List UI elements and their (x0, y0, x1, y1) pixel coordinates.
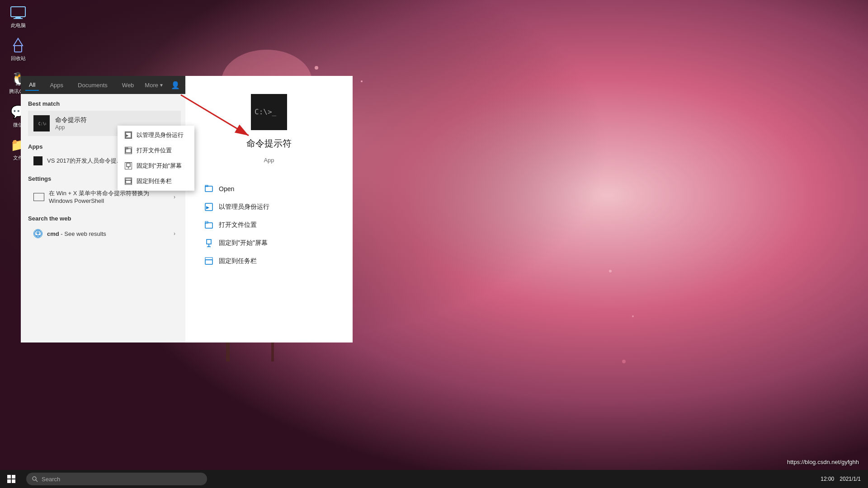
svg-rect-48 (7, 479, 11, 483)
detail-panel: C:\>_ 命令提示符 App Open ▶ 以管理员身份运行 (185, 76, 353, 343)
ctx-run-admin[interactable]: ▶ 以管理员身份运行 (118, 127, 194, 143)
taskbar-date: 2021/1/1 (840, 476, 861, 482)
svg-point-13 (622, 360, 626, 363)
detail-actions: Open ▶ 以管理员身份运行 打开文件位置 固定到"开始"屏幕 (199, 180, 339, 270)
svg-point-12 (632, 315, 634, 317)
ctx-pin-start[interactable]: 固定到"开始"屏幕 (118, 158, 194, 174)
detail-app-name: 命令提示符 (246, 137, 292, 150)
desktop-icon-recycle[interactable]: 回收站 (2, 38, 34, 61)
svg-point-10 (361, 80, 363, 82)
cmd-icon: C:\> (33, 115, 50, 131)
computer-label: 此电脑 (11, 23, 26, 28)
detail-open-location-icon (204, 221, 213, 230)
svg-point-50 (33, 477, 36, 480)
settings-icon (33, 193, 44, 201)
svg-point-7 (315, 66, 318, 70)
svg-rect-49 (12, 479, 15, 483)
ctx-open-location[interactable]: 打开文件位置 (118, 143, 194, 158)
detail-run-admin-label: 以管理员身份运行 (219, 203, 269, 211)
ctx-open-location-label: 打开文件位置 (137, 146, 172, 155)
search-circle-icon (33, 229, 42, 238)
context-menu: ▶ 以管理员身份运行 打开文件位置 固定到"开始"屏幕 固定到任务栏 (118, 126, 194, 191)
svg-text:C:\>_: C:\>_ (255, 108, 277, 116)
svg-point-22 (37, 232, 39, 234)
ctx-pin-taskbar[interactable]: 固定到任务栏 (118, 174, 194, 189)
svg-rect-27 (127, 163, 130, 167)
person-icon[interactable]: 👤 (171, 81, 180, 89)
tab-web[interactable]: Web (118, 80, 138, 90)
taskbar-right: 12:00 2021/1/1 (821, 476, 868, 482)
detail-app-icon: C:\>_ (251, 94, 287, 130)
vs-icon (33, 156, 42, 165)
svg-rect-14 (11, 7, 25, 17)
search-tabs: All Apps Documents Web More ▼ 👤 ⋯ (21, 76, 188, 94)
svg-text:▶: ▶ (206, 205, 209, 210)
detail-run-admin-icon: ▶ (204, 202, 213, 211)
detail-action-open-location[interactable]: 打开文件位置 (199, 216, 339, 234)
ctx-pin-taskbar-label: 固定到任务栏 (137, 177, 172, 185)
detail-pin-start-label: 固定到"开始"屏幕 (219, 239, 268, 247)
taskbar-search-icon (32, 476, 38, 482)
apps-item-vs-label: VS 2017的开发人员命令提... (47, 157, 122, 165)
svg-rect-16 (14, 18, 23, 19)
best-match-title: Best match (28, 100, 181, 107)
run-admin-icon: ▶ (125, 131, 132, 139)
svg-rect-18 (14, 46, 22, 52)
settings-item-label: 在 Win + X 菜单中将命令提示符替换为 Windows PowerShel… (49, 189, 169, 204)
ctx-pin-start-label: 固定到"开始"屏幕 (137, 162, 182, 170)
web-section-title: Search the web (28, 215, 181, 222)
tab-all[interactable]: All (25, 80, 39, 91)
desktop: 此电脑 回收站 🐧 腾讯QQ 💬 微信 📁 文件 All (0, 0, 868, 488)
detail-pin-start-icon (204, 239, 213, 248)
tab-apps[interactable]: Apps (46, 80, 67, 90)
svg-line-51 (36, 480, 38, 482)
svg-marker-17 (14, 38, 23, 46)
svg-rect-47 (12, 475, 15, 479)
taskbar-time: 12:00 (821, 476, 834, 482)
svg-rect-39 (207, 239, 211, 244)
tab-documents[interactable]: Documents (74, 80, 111, 90)
taskbar-search[interactable]: Search (26, 473, 207, 485)
svg-text:C:\>: C:\> (38, 122, 46, 126)
detail-pin-taskbar-icon (204, 257, 213, 266)
web-search-keyword: cmd - See web results (47, 230, 106, 237)
start-button[interactable] (0, 470, 23, 488)
svg-rect-33 (205, 186, 212, 192)
recycle-icon (10, 38, 26, 54)
ctx-run-admin-label: 以管理员身份运行 (137, 131, 184, 139)
url-bar: https://blog.csdn.net/gyfghh (787, 459, 859, 465)
chevron-down-icon: ▼ (159, 83, 164, 88)
detail-action-pin-taskbar[interactable]: 固定到任务栏 (199, 252, 339, 270)
svg-text:▶: ▶ (126, 134, 129, 137)
open-location-icon (125, 147, 132, 154)
taskbar: Search 12:00 2021/1/1 (0, 470, 868, 488)
search-panel: All Apps Documents Web More ▼ 👤 ⋯ Best m… (21, 76, 188, 343)
svg-rect-29 (126, 180, 131, 183)
pin-taskbar-icon (125, 178, 132, 185)
svg-point-11 (609, 270, 612, 272)
detail-action-pin-start[interactable]: 固定到"开始"屏幕 (199, 234, 339, 252)
pin-start-icon (125, 162, 132, 169)
svg-rect-46 (7, 475, 11, 479)
svg-rect-15 (15, 17, 21, 18)
detail-pin-taskbar-label: 固定到任务栏 (219, 257, 257, 265)
svg-rect-42 (205, 260, 212, 264)
detail-action-open-label: Open (219, 185, 234, 192)
detail-action-open[interactable]: Open (199, 180, 339, 198)
tab-more[interactable]: More ▼ (145, 82, 164, 89)
best-match-name: 命令提示符 (55, 116, 87, 124)
computer-icon (10, 5, 26, 21)
settings-arrow-icon: › (174, 194, 175, 200)
open-icon (204, 184, 213, 193)
detail-action-run-admin[interactable]: ▶ 以管理员身份运行 (199, 198, 339, 216)
best-match-type: App (55, 124, 87, 131)
web-search-item[interactable]: cmd - See web results › (28, 225, 181, 242)
recycle-label: 回收站 (11, 56, 26, 61)
svg-rect-37 (205, 223, 212, 228)
detail-open-location-label: 打开文件位置 (219, 221, 257, 229)
web-search-arrow-icon: › (174, 230, 175, 237)
taskbar-search-placeholder: Search (42, 476, 60, 483)
detail-app-type: App (264, 157, 274, 164)
desktop-icon-computer[interactable]: 此电脑 (2, 5, 34, 28)
